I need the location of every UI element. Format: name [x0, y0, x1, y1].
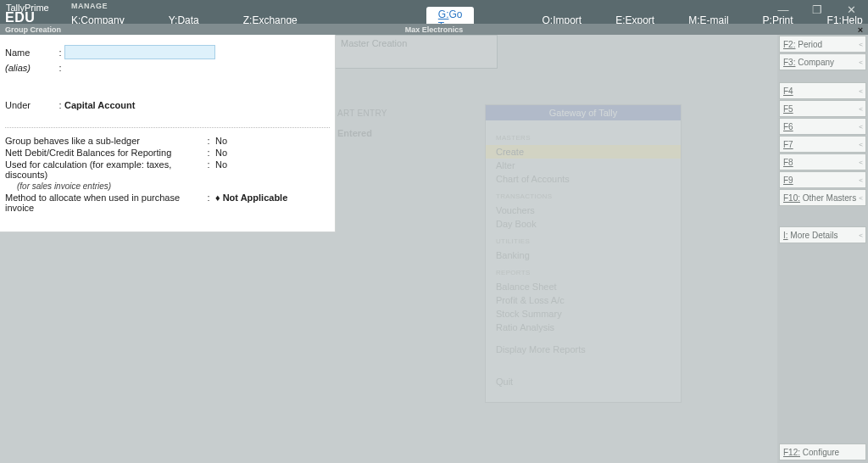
gw-item-alter[interactable]: Alter	[496, 159, 670, 172]
function-key-sidebar: F2: Period< F3: Company< F4< F5< F6< F7<…	[777, 35, 868, 463]
under-value[interactable]: Capital Account	[64, 100, 135, 110]
window-buttons: — ❐ ✕	[766, 0, 868, 19]
sb-more-details[interactable]: I: More Details<	[779, 226, 866, 243]
gw-item-vouchers[interactable]: Vouchers	[496, 204, 670, 217]
nett-label: Nett Debit/Credit Balances for Reporting	[5, 148, 202, 158]
gateway-panel: Gateway of Tally MASTERS Create Alter Ch…	[485, 104, 682, 403]
gw-item-balancesheet[interactable]: Balance Sheet	[496, 280, 670, 293]
sb-f7[interactable]: F7<	[779, 136, 866, 153]
entry-label: ART ENTRY	[337, 109, 387, 118]
sb-f8[interactable]: F8<	[779, 153, 866, 170]
gw-section-masters: MASTERS	[496, 134, 670, 142]
sb-f4[interactable]: F4<	[779, 82, 866, 99]
master-creation-box: Master Creation	[335, 35, 498, 69]
name-input[interactable]	[64, 45, 215, 59]
sb-f6[interactable]: F6<	[779, 118, 866, 135]
subheader-left: Group Creation	[5, 25, 61, 34]
sb-f3-company[interactable]: F3: Company<	[779, 53, 866, 70]
master-creation-title: Master Creation	[336, 36, 497, 51]
sb-f2-period[interactable]: F2: Period<	[779, 36, 866, 53]
sb-f5[interactable]: F5<	[779, 100, 866, 117]
gw-item-banking[interactable]: Banking	[496, 248, 670, 262]
maximize-button[interactable]: ❐	[800, 0, 834, 19]
gw-item-quit[interactable]: Quit	[496, 377, 670, 387]
gateway-title: Gateway of Tally	[486, 105, 681, 120]
subledger-value[interactable]: No	[215, 136, 227, 146]
sub-header: Group Creation Max Electronics ×	[0, 24, 868, 35]
alloc-label: Method to allocate when used in purchase…	[5, 192, 202, 213]
gw-item-chart[interactable]: Chart of Accounts	[496, 172, 670, 186]
subheader-company: Max Electronics	[405, 25, 464, 34]
calc-value[interactable]: No	[215, 159, 227, 170]
gw-section-transactions: TRANSACTIONS	[496, 192, 670, 200]
gw-item-create[interactable]: Create	[486, 145, 681, 159]
close-button[interactable]: ✕	[834, 0, 868, 19]
gw-section-reports: REPORTS	[496, 269, 670, 276]
name-label: Name	[5, 47, 56, 58]
gw-item-ratio[interactable]: Ratio Analysis	[496, 321, 670, 334]
workspace: Master Creation ART ENTRY Entered Gatewa…	[0, 35, 777, 463]
gw-section-utilities: UTILITIES	[496, 237, 670, 245]
minimize-button[interactable]: —	[766, 0, 800, 19]
gw-item-pl[interactable]: Profit & Loss A/c	[496, 293, 670, 307]
calc-note: (for sales invoice entries)	[5, 181, 111, 191]
calc-label: Used for calculation (for example: taxes…	[5, 159, 202, 180]
group-creation-dialog: Name : (alias) : Under : Capital Account…	[0, 35, 336, 232]
gw-item-displaymore[interactable]: Display More Reports	[496, 343, 670, 356]
nett-value[interactable]: No	[215, 148, 227, 158]
alias-label: (alias)	[5, 63, 56, 73]
entered-label: Entered	[337, 128, 372, 138]
gw-item-stock[interactable]: Stock Summary	[496, 307, 670, 321]
subledger-label: Group behaves like a sub-ledger	[5, 136, 202, 146]
under-label: Under	[5, 100, 56, 110]
gw-item-daybook[interactable]: Day Book	[496, 217, 670, 231]
alloc-value[interactable]: ♦ Not Applicable	[215, 192, 287, 203]
sb-f9[interactable]: F9<	[779, 171, 866, 188]
subheader-close-icon[interactable]: ×	[855, 25, 865, 35]
sb-f10-other-masters[interactable]: F10: Other Masters<	[779, 189, 866, 206]
title-bar: TallyPrime EDU MANAGE K:Company Y:Data Z…	[0, 0, 868, 24]
manage-label: MANAGE	[71, 2, 108, 10]
sb-f12-configure[interactable]: F12: Configure	[779, 443, 866, 460]
